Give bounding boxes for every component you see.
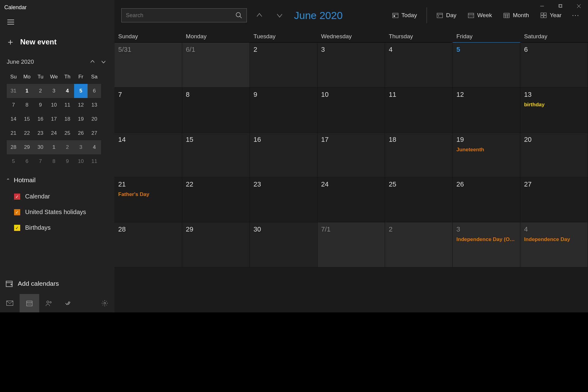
calendar-item[interactable]: ✓United States holidays [14,209,109,216]
calendar-checkbox[interactable]: ✓ [14,209,20,215]
mini-day-cell[interactable]: 13 [88,98,101,112]
day-cell[interactable]: 25 [385,177,453,222]
calendar-checkbox[interactable]: ✓ [14,194,20,200]
next-month-button[interactable] [272,8,287,23]
mini-day-cell[interactable]: 4 [61,84,74,98]
mini-day-cell[interactable]: 1 [47,140,61,154]
day-cell[interactable]: 14 [115,133,182,178]
mini-day-cell[interactable]: 4 [88,140,101,154]
mini-day-cell[interactable]: 24 [47,126,61,140]
mini-calendar-title[interactable]: June 2020 [7,58,34,65]
menu-button[interactable] [0,15,115,29]
day-cell[interactable]: 16 [250,133,318,178]
mini-day-cell[interactable]: 11 [88,154,101,168]
event[interactable]: Independence Day (Observed) [456,236,516,243]
day-cell[interactable]: 28 [115,222,182,267]
today-button[interactable]: Today [389,9,420,21]
mini-day-cell[interactable]: 8 [47,154,61,168]
day-cell[interactable]: 29 [182,222,250,267]
mini-day-cell[interactable]: 16 [34,112,47,126]
mini-day-cell[interactable]: 21 [7,126,20,140]
day-cell[interactable]: 4 [385,43,453,88]
add-calendars-button[interactable]: Add calendars [0,276,115,292]
calendar-item[interactable]: ✓Birthdays [14,224,109,231]
mini-day-cell[interactable]: 15 [20,112,34,126]
day-cell[interactable]: 7/1 [318,222,385,267]
day-cell[interactable]: 4Independence Day [520,222,588,267]
mini-day-cell[interactable]: 20 [88,112,101,126]
nav-todo-button[interactable] [59,294,78,312]
minimize-button[interactable] [533,0,551,12]
mini-day-cell[interactable]: 29 [20,140,34,154]
month-title[interactable]: June 2020 [294,9,343,21]
day-cell[interactable]: 8 [182,88,250,133]
event[interactable]: Father's Day [118,191,178,198]
day-cell[interactable]: 21Father's Day [115,177,182,222]
day-cell[interactable]: 3Independence Day (Observed) [453,222,520,267]
account-toggle[interactable]: ⌄ Hotmail [0,170,115,186]
mini-day-cell[interactable]: 1 [20,84,34,98]
day-cell[interactable]: 9 [250,88,318,133]
prev-month-button[interactable] [252,8,267,23]
mini-day-cell[interactable]: 5 [74,84,88,98]
day-cell[interactable]: 5/31 [115,43,182,88]
calendar-checkbox[interactable]: ✓ [14,225,20,231]
mini-day-cell[interactable]: 22 [20,126,34,140]
nav-mail-button[interactable] [0,294,20,312]
mini-day-cell[interactable]: 27 [88,126,101,140]
day-cell[interactable]: 20 [520,133,588,178]
mini-day-cell[interactable]: 31 [7,84,20,98]
day-cell[interactable]: 6/1 [182,43,250,88]
day-view-button[interactable]: Day [434,9,459,21]
close-button[interactable] [570,0,588,12]
search-box[interactable] [121,8,247,22]
mini-day-cell[interactable]: 2 [34,84,47,98]
mini-day-cell[interactable]: 28 [7,140,20,154]
nav-settings-button[interactable] [95,294,115,312]
nav-people-button[interactable] [39,294,59,312]
mini-day-cell[interactable]: 5 [7,154,20,168]
mini-day-cell[interactable]: 6 [20,154,34,168]
mini-day-cell[interactable]: 10 [47,98,61,112]
day-cell[interactable]: 2 [250,43,318,88]
mini-day-cell[interactable]: 23 [34,126,47,140]
mini-day-cell[interactable]: 18 [61,112,74,126]
mini-day-cell[interactable]: 10 [74,154,88,168]
day-cell[interactable]: 27 [520,177,588,222]
event[interactable]: birthday [524,102,584,108]
day-cell[interactable]: 7 [115,88,182,133]
mini-day-cell[interactable]: 3 [74,140,88,154]
mini-day-cell[interactable]: 2 [61,140,74,154]
mini-day-cell[interactable]: 11 [61,98,74,112]
mini-day-cell[interactable]: 6 [88,84,101,98]
day-cell[interactable]: 19Juneteenth [453,133,520,178]
mini-day-cell[interactable]: 14 [7,112,20,126]
event[interactable]: Juneteenth [456,147,516,153]
mini-day-cell[interactable]: 7 [7,98,20,112]
day-cell[interactable]: 10 [318,88,385,133]
mini-day-cell[interactable]: 12 [74,98,88,112]
day-cell[interactable]: 3 [318,43,385,88]
mini-day-cell[interactable]: 25 [61,126,74,140]
mini-day-cell[interactable]: 3 [47,84,61,98]
mini-next-month-button[interactable] [98,56,109,67]
mini-day-cell[interactable]: 9 [61,154,74,168]
maximize-button[interactable] [551,0,570,12]
day-cell[interactable]: 12 [453,88,520,133]
mini-day-cell[interactable]: 8 [20,98,34,112]
day-cell[interactable]: 17 [318,133,385,178]
mini-day-cell[interactable]: 9 [34,98,47,112]
new-event-button[interactable]: ＋ New event [0,29,115,55]
day-cell[interactable]: 22 [182,177,250,222]
calendar-item[interactable]: ✓Calendar [14,193,109,200]
day-cell[interactable]: 26 [453,177,520,222]
day-cell[interactable]: 2 [385,222,453,267]
week-view-button[interactable]: Week [465,9,495,21]
event[interactable]: Independence Day [524,236,584,243]
day-cell[interactable]: 13birthday [520,88,588,133]
day-cell[interactable]: 15 [182,133,250,178]
mini-day-cell[interactable]: 30 [34,140,47,154]
day-cell[interactable]: 24 [318,177,385,222]
mini-day-cell[interactable]: 26 [74,126,88,140]
mini-prev-month-button[interactable] [87,56,98,67]
